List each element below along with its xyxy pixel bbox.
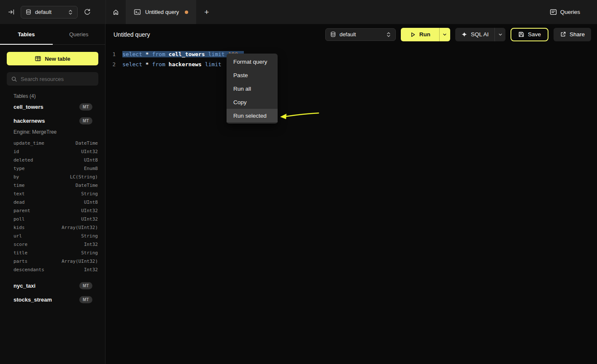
column-name: title bbox=[14, 250, 27, 256]
context-menu-item[interactable]: Format query bbox=[227, 55, 278, 68]
column-name: deleted bbox=[14, 157, 33, 163]
database-name: default bbox=[340, 31, 383, 38]
sql-editor[interactable]: 1 select * from cell_towers limit 100 2 … bbox=[106, 45, 597, 69]
save-button[interactable]: Save bbox=[511, 28, 548, 41]
database-icon bbox=[330, 31, 336, 38]
column-type: DateTime bbox=[76, 140, 98, 146]
column-type: Int32 bbox=[84, 267, 98, 272]
column-name: id bbox=[14, 149, 19, 154]
engine-badge: MT bbox=[79, 103, 92, 111]
home-icon bbox=[112, 8, 119, 16]
run-options-button[interactable] bbox=[439, 28, 450, 41]
topbar-database-selector[interactable]: default bbox=[21, 6, 78, 19]
new-table-button[interactable]: New table bbox=[7, 52, 98, 65]
search-input[interactable] bbox=[21, 76, 95, 82]
table-name: hackernews bbox=[14, 118, 45, 124]
database-name: default bbox=[35, 9, 65, 15]
column-row: time DateTime bbox=[0, 181, 105, 189]
column-name: parts bbox=[14, 259, 27, 264]
save-label: Save bbox=[528, 31, 541, 38]
table-detail: Engine: MergeTree update_time DateTime i… bbox=[0, 128, 105, 279]
unsaved-indicator-dot bbox=[185, 11, 188, 14]
editor-header: Untitled query default bbox=[106, 24, 597, 45]
engine-label: Engine: MergeTree bbox=[0, 128, 105, 139]
editor-database-selector[interactable]: default bbox=[325, 28, 396, 41]
column-row: dead UInt8 bbox=[0, 198, 105, 206]
column-type: UInt32 bbox=[81, 208, 98, 213]
sidebar: Tables Queries New table Tabl bbox=[0, 24, 105, 364]
table-row[interactable]: stocks_stream MT bbox=[0, 293, 105, 307]
editor-toolbar: default Run bbox=[325, 28, 591, 41]
query-title: Untitled query bbox=[113, 31, 150, 38]
column-type: UInt32 bbox=[81, 149, 98, 154]
column-row: parts Array(UInt32) bbox=[0, 257, 105, 265]
column-name: score bbox=[14, 242, 27, 247]
sidebar-tab-queries[interactable]: Queries bbox=[53, 24, 105, 44]
engine-badge: MT bbox=[79, 282, 92, 289]
play-icon bbox=[410, 31, 416, 38]
new-tab-button[interactable]: + bbox=[196, 0, 217, 24]
column-name: parent bbox=[14, 208, 30, 213]
sidebar-tab-queries-label: Queries bbox=[69, 31, 89, 38]
column-type: String bbox=[81, 191, 98, 197]
search-box[interactable] bbox=[7, 72, 98, 86]
refresh-button[interactable] bbox=[84, 8, 91, 16]
share-icon bbox=[560, 31, 566, 38]
context-menu-item[interactable]: Copy bbox=[227, 95, 278, 109]
column-type: UInt8 bbox=[84, 157, 98, 163]
column-name: by bbox=[14, 174, 19, 180]
column-row: deleted UInt8 bbox=[0, 156, 105, 164]
home-tab[interactable] bbox=[105, 0, 126, 24]
line-code: select * from hackernews limit bbox=[122, 61, 222, 67]
run-button[interactable]: Run bbox=[401, 28, 439, 41]
column-name: dead bbox=[14, 200, 25, 205]
search-icon bbox=[11, 76, 17, 82]
line-number: 2 bbox=[112, 61, 116, 67]
collapse-sidebar-icon bbox=[8, 8, 15, 16]
context-menu-item[interactable]: Paste bbox=[227, 68, 278, 82]
sidebar-tab-tables[interactable]: Tables bbox=[0, 24, 53, 44]
column-row: id UInt32 bbox=[0, 147, 105, 156]
column-type: Array(UInt32) bbox=[62, 259, 98, 264]
sidebar-tabs: Tables Queries bbox=[0, 24, 105, 45]
refresh-icon bbox=[84, 8, 91, 16]
queries-label: Queries bbox=[560, 9, 580, 15]
column-name: kids bbox=[14, 225, 25, 230]
table-row[interactable]: nyc_taxi MT bbox=[0, 279, 105, 293]
menu-item-label: Format query bbox=[233, 59, 267, 65]
sql-ai-options-button[interactable] bbox=[494, 28, 505, 41]
sidebar-tab-tables-label: Tables bbox=[18, 31, 35, 38]
table-row[interactable]: hackernews MT bbox=[0, 114, 105, 128]
code-line[interactable]: 1 select * from cell_towers limit 100 bbox=[112, 49, 597, 59]
table-name: cell_towers bbox=[14, 104, 43, 110]
topbar-tabs: Untitled query + bbox=[105, 0, 217, 24]
column-type: UInt8 bbox=[84, 200, 98, 205]
context-menu-item[interactable]: Run all bbox=[227, 82, 278, 95]
engine-badge: MT bbox=[79, 296, 92, 303]
menu-item-label: Copy bbox=[233, 99, 247, 105]
database-icon bbox=[25, 9, 32, 15]
table-row[interactable]: cell_towers MT bbox=[0, 100, 105, 114]
tab-untitled-query[interactable]: Untitled query bbox=[126, 0, 196, 24]
topbar: default bbox=[0, 0, 597, 24]
column-type: Enum8 bbox=[84, 166, 98, 171]
column-name: text bbox=[14, 191, 25, 197]
column-type: UInt32 bbox=[81, 216, 98, 222]
run-split-button: Run bbox=[401, 28, 450, 41]
code-line[interactable]: 2 select * from hackernews limit bbox=[112, 59, 597, 69]
column-row: kids Array(UInt32) bbox=[0, 223, 105, 232]
queries-button[interactable]: Queries bbox=[550, 0, 580, 24]
column-row: score Int32 bbox=[0, 240, 105, 248]
column-name: poll bbox=[14, 216, 25, 222]
sql-ai-split-button: SQL AI bbox=[455, 28, 505, 41]
share-button[interactable]: Share bbox=[554, 28, 591, 41]
column-row: text String bbox=[0, 189, 105, 198]
column-row: poll UInt32 bbox=[0, 215, 105, 223]
menu-item-label: Run selected bbox=[233, 113, 267, 119]
collapse-sidebar-button[interactable] bbox=[8, 8, 15, 16]
column-type: Int32 bbox=[84, 242, 98, 247]
context-menu-item[interactable]: Run selected bbox=[227, 109, 278, 122]
annotation-arrow bbox=[280, 110, 320, 122]
engine-badge: MT bbox=[79, 117, 92, 124]
sql-ai-button[interactable]: SQL AI bbox=[455, 28, 494, 41]
